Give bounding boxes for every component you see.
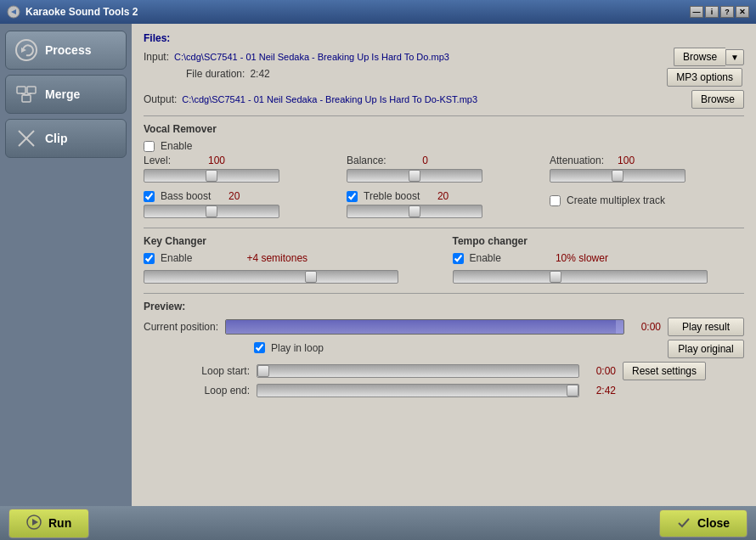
- svg-rect-5: [22, 95, 31, 102]
- minimize-button[interactable]: —: [690, 6, 703, 18]
- key-changer-slider[interactable]: [144, 270, 398, 284]
- input-label: Input:: [144, 51, 169, 63]
- loop-end-slider[interactable]: [257, 384, 579, 397]
- play-original-button[interactable]: Play original: [668, 340, 744, 358]
- key-changer-value: +4 semitones: [246, 252, 307, 264]
- browse2-button[interactable]: Browse: [691, 90, 744, 109]
- file-duration-value: 2:42: [250, 68, 269, 87]
- bass-boost-checkbox[interactable]: [144, 191, 155, 202]
- close-label: Close: [697, 516, 730, 530]
- balance-value: 0: [403, 155, 428, 166]
- tempo-changer-checkbox[interactable]: [453, 253, 464, 264]
- key-changer-col: Key Changer Enable +4 semitones: [144, 235, 436, 286]
- close-checkmark-icon: [677, 515, 691, 532]
- key-changer-title: Key Changer: [144, 235, 436, 247]
- tempo-changer-enable-label: Enable: [470, 252, 501, 264]
- level-label: Level:: [144, 155, 195, 166]
- reset-settings-button[interactable]: Reset settings: [623, 362, 706, 380]
- attenuation-col: Attenuation: 100: [550, 155, 744, 185]
- vocal-remover-title: Vocal Remover: [144, 123, 744, 135]
- loop-start-slider[interactable]: [257, 364, 579, 378]
- tempo-changer-slider[interactable]: [453, 270, 708, 284]
- preview-title: Preview:: [144, 301, 744, 312]
- help-button[interactable]: ?: [720, 6, 734, 18]
- close-window-button[interactable]: ✕: [736, 6, 749, 18]
- input-path: C:\cdg\SC7541 - 01 Neil Sedaka - Breakin…: [174, 52, 669, 62]
- treble-boost-label: Treble boost: [364, 190, 420, 202]
- vr-enable-label: Enable: [161, 140, 192, 152]
- key-changer-enable-label: Enable: [161, 252, 192, 264]
- close-button[interactable]: Close: [659, 509, 748, 537]
- level-col: Level: 100: [144, 155, 338, 185]
- files-label: Files:: [144, 32, 744, 44]
- bass-boost-label: Bass boost: [161, 190, 211, 202]
- level-slider[interactable]: [144, 169, 279, 183]
- tempo-changer-value: 10% slower: [556, 252, 608, 264]
- browse-button[interactable]: Browse: [674, 48, 725, 66]
- position-time: 0:00: [631, 321, 661, 333]
- balance-slider[interactable]: [347, 169, 482, 183]
- svg-rect-3: [17, 87, 25, 93]
- key-tempo-section: Key Changer Enable +4 semitones Tempo ch…: [144, 235, 744, 286]
- run-icon: [26, 515, 42, 532]
- vr-sliders-top: Level: 100 Balance: 0 Attenuation: 100: [144, 155, 744, 185]
- key-changer-checkbox[interactable]: [144, 253, 155, 264]
- multiplex-checkbox[interactable]: [550, 195, 561, 206]
- balance-label: Balance:: [347, 155, 398, 166]
- tempo-changer-col: Tempo changer Enable 10% slower: [453, 235, 745, 286]
- attenuation-label: Attenuation:: [550, 155, 604, 166]
- sidebar: Process Merge Clip: [0, 24, 132, 506]
- multiplex-col: Create multiplex track: [550, 190, 744, 221]
- loop-end-time: 2:42: [586, 385, 616, 397]
- main-container: Process Merge Clip: [0, 24, 756, 506]
- bass-boost-value: 20: [214, 190, 240, 202]
- sidebar-item-merge[interactable]: Merge: [5, 75, 127, 114]
- tempo-changer-title: Tempo changer: [453, 235, 745, 247]
- divider-3: [144, 293, 744, 294]
- treble-boost-col: Treble boost 20: [347, 190, 541, 221]
- play-in-loop-checkbox[interactable]: [254, 342, 265, 353]
- sidebar-process-label: Process: [45, 43, 91, 57]
- app-title: Karaoke Sound Tools 2: [25, 6, 690, 18]
- svg-marker-11: [32, 519, 38, 526]
- treble-boost-checkbox[interactable]: [347, 191, 358, 202]
- loop-start-time: 0:00: [586, 365, 616, 377]
- content-area: Files: Input: C:\cdg\SC7541 - 01 Neil Se…: [132, 24, 756, 506]
- play-in-loop-label: Play in loop: [271, 342, 324, 354]
- vr-enable-checkbox[interactable]: [144, 141, 155, 152]
- output-label: Output:: [144, 93, 177, 105]
- play-result-button[interactable]: Play result: [668, 318, 744, 336]
- treble-boost-value: 20: [423, 190, 449, 202]
- title-bar-buttons: — i ? ✕: [690, 6, 749, 18]
- mp3-options-button[interactable]: MP3 options: [667, 68, 742, 87]
- position-bar[interactable]: [225, 319, 624, 335]
- info-button[interactable]: i: [705, 6, 719, 18]
- title-bar: Karaoke Sound Tools 2 — i ? ✕: [0, 0, 756, 24]
- treble-boost-slider[interactable]: [347, 205, 482, 218]
- sidebar-merge-label: Merge: [45, 87, 80, 101]
- balance-col: Balance: 0: [347, 155, 541, 185]
- run-button[interactable]: Run: [8, 509, 89, 538]
- current-position-label: Current position:: [144, 321, 218, 333]
- bass-boost-col: Bass boost 20: [144, 190, 338, 221]
- sidebar-item-process[interactable]: Process: [5, 31, 127, 70]
- browse-arrow-button[interactable]: ▼: [725, 49, 744, 65]
- sidebar-item-clip[interactable]: Clip: [5, 119, 127, 158]
- run-label: Run: [48, 516, 71, 530]
- vocal-remover-section: Vocal Remover Enable Level: 100 Balance:: [144, 123, 744, 221]
- process-icon: [14, 38, 38, 62]
- merge-icon: [14, 82, 38, 106]
- output-path: C:\cdg\SC7541 - 01 Neil Sedaka - Breakin…: [182, 94, 686, 104]
- level-value: 100: [200, 155, 225, 166]
- divider-2: [144, 228, 744, 228]
- vr-sliders-bottom: Bass boost 20 Treble boost 20: [144, 190, 744, 221]
- attenuation-slider[interactable]: [550, 169, 685, 183]
- svg-rect-4: [27, 87, 36, 93]
- bass-boost-slider[interactable]: [144, 205, 279, 218]
- vr-enable-row: Enable: [144, 140, 744, 152]
- sidebar-clip-label: Clip: [45, 132, 67, 145]
- file-duration-label: File duration:: [186, 68, 245, 87]
- preview-section: Preview: Current position: 0:00 Play res…: [144, 301, 744, 397]
- loop-start-label: Loop start:: [144, 365, 250, 377]
- app-icon: [7, 5, 20, 19]
